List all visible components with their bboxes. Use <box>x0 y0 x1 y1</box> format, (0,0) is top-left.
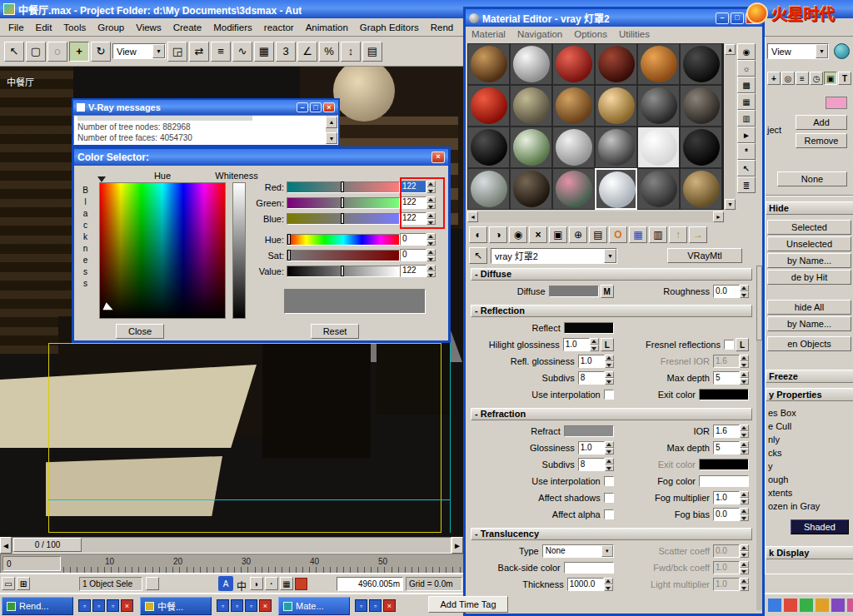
material-sample[interactable] <box>595 85 637 127</box>
menu-navigation[interactable]: Navigation <box>511 27 568 41</box>
taskbar-button-render[interactable]: Rend... <box>2 597 73 615</box>
sat-slider[interactable] <box>287 250 400 261</box>
refr-subdivs-spinner[interactable]: 8 <box>578 458 614 471</box>
prop-backface-cull[interactable]: e Cull <box>768 421 791 431</box>
spin-down-icon[interactable] <box>426 240 436 246</box>
go-forward-to-sibling-icon[interactable]: → <box>689 226 707 243</box>
hide-by-hit-button[interactable]: de by Hit <box>767 270 851 285</box>
scroll-left-icon[interactable]: ◄ <box>467 211 478 222</box>
combo-arrow-icon[interactable]: ▼ <box>152 44 165 58</box>
refr-max-depth-spinner[interactable]: 5 <box>713 441 749 455</box>
material-sample[interactable] <box>552 85 595 127</box>
diffuse-color-swatch[interactable] <box>549 286 599 297</box>
menu-rendering[interactable]: Rend <box>425 21 460 34</box>
hilight-glossiness-spinner[interactable]: 1.0 <box>563 338 599 351</box>
sample-hscrollbar[interactable]: ◄ ► <box>467 211 724 222</box>
unhide-all-button[interactable]: hide All <box>767 300 851 315</box>
snap-toggle-icon[interactable]: 3 <box>276 42 296 62</box>
material-sample[interactable] <box>467 85 510 127</box>
options-icon[interactable]: * <box>737 143 756 160</box>
orbit-icon[interactable] <box>834 43 850 59</box>
ime-punct-icon[interactable]: · <box>265 577 278 590</box>
maximize-icon[interactable]: □ <box>731 12 744 24</box>
menu-views[interactable]: Views <box>130 21 167 34</box>
mini-window-icon[interactable]: ▫ <box>231 599 243 612</box>
material-sample[interactable] <box>552 43 595 85</box>
hue-slider[interactable] <box>287 234 400 246</box>
assign-material-to-selection-icon[interactable]: ◉ <box>509 226 527 243</box>
minimize-icon[interactable]: – <box>297 102 308 112</box>
fresnel-reflections-checkbox[interactable] <box>724 340 734 350</box>
value-spinner[interactable] <box>426 265 436 277</box>
video-color-check-icon[interactable]: ▥ <box>737 110 756 127</box>
reset-button[interactable]: Reset <box>311 324 359 339</box>
tab-utilities-icon[interactable]: T <box>838 72 851 85</box>
make-preview-icon[interactable]: ► <box>737 127 756 143</box>
window-grid-icon[interactable]: ⊞ <box>17 577 30 590</box>
close-button[interactable]: Close <box>116 324 164 339</box>
select-and-move-icon[interactable]: + <box>69 42 89 62</box>
thickness-spinner[interactable]: 1000.0 <box>567 578 614 591</box>
add-time-tag-button[interactable]: Add Time Tag <box>428 596 508 613</box>
backlight-icon[interactable]: ☼ <box>737 60 756 77</box>
mini-close-icon[interactable]: × <box>121 599 133 612</box>
combo-arrow-icon[interactable]: ▼ <box>816 44 828 58</box>
material-sample[interactable] <box>637 85 680 127</box>
material-sample[interactable] <box>552 127 595 168</box>
translucency-rollout-header[interactable]: - Translucency <box>471 528 752 540</box>
shaded-button[interactable]: Shaded <box>791 519 849 534</box>
window-split-icon[interactable]: ▭ <box>2 577 15 590</box>
fog-multiplier-spinner[interactable]: 1.0 <box>713 491 749 504</box>
material-sample[interactable] <box>595 43 637 85</box>
roughness-spinner[interactable]: 0.0 <box>713 285 749 298</box>
prop-frozen-in-gray[interactable]: ozen in Gray <box>768 501 820 511</box>
prop-vertex-ticks[interactable]: cks <box>768 448 782 458</box>
freeze-rollout-header[interactable]: Freeze <box>766 370 853 383</box>
vray-scrollbar[interactable]: ▲ ▼ <box>326 116 337 144</box>
taskbar-button-scene[interactable]: 中餐... <box>140 597 212 615</box>
material-type-button[interactable]: VRayMtl <box>667 248 742 263</box>
prop-display-as-box[interactable]: es Box <box>768 408 796 418</box>
mini-window-icon[interactable]: ▫ <box>92 599 105 612</box>
scroll-up-icon[interactable]: ▲ <box>725 44 736 55</box>
select-by-material-icon[interactable]: ↖ <box>737 160 756 176</box>
close-icon[interactable]: × <box>323 102 335 112</box>
scroll-down-icon[interactable]: ▼ <box>326 132 337 144</box>
material-editor-window[interactable]: Material Editor - vray 灯罩2 – □ × Materia… <box>463 7 765 616</box>
time-slider-handle[interactable]: 0 / 100 <box>13 538 82 552</box>
refr-glossiness-spinner[interactable]: 1.0 <box>578 441 614 455</box>
mini-window-icon[interactable]: ▫ <box>107 599 119 612</box>
hidden-objects-button[interactable]: en Objects <box>767 336 851 351</box>
hide-rollout-header[interactable]: Hide <box>766 201 853 215</box>
material-id-channel-icon[interactable]: O <box>609 226 627 243</box>
material-sample[interactable] <box>467 127 510 168</box>
material-sample-selected[interactable] <box>595 168 637 210</box>
whiteness-strip[interactable] <box>232 182 246 319</box>
slider-thumb[interactable] <box>341 266 344 276</box>
material-map-navigator-icon[interactable]: ≣ <box>737 176 756 193</box>
named-selection-sets-icon[interactable]: ▤ <box>362 42 382 62</box>
get-material-icon[interactable]: ◐ <box>469 226 487 243</box>
refr-use-interpolation-checkbox[interactable] <box>604 476 614 486</box>
selection-lock-icon[interactable] <box>146 577 159 590</box>
material-sample[interactable] <box>637 168 680 210</box>
affect-alpha-checkbox[interactable] <box>604 509 614 519</box>
tab-hierarchy-icon[interactable]: ≡ <box>796 72 809 85</box>
sample-uv-tiling-icon[interactable]: ▦ <box>737 93 756 110</box>
select-object-icon[interactable]: ↖ <box>4 42 24 62</box>
sample-type-icon[interactable]: ◉ <box>737 43 756 60</box>
sat-spinner[interactable] <box>426 249 436 261</box>
refraction-rollout-header[interactable]: - Refraction <box>471 408 752 420</box>
tab-display-icon[interactable]: ▣ <box>824 72 837 85</box>
translucency-type-dropdown[interactable]: None▼ <box>542 544 614 558</box>
rollout-scrollbar[interactable] <box>756 266 762 610</box>
select-and-rotate-icon[interactable]: ↻ <box>91 42 111 62</box>
remove-button[interactable]: Remove <box>796 133 847 148</box>
vray-messages-window[interactable]: V-Ray messages – □ × Number of tree node… <box>72 98 340 147</box>
hue-spinner[interactable] <box>426 233 436 246</box>
reflect-color-swatch[interactable] <box>564 322 614 334</box>
sample-vscrollbar[interactable]: ▲ ▼ <box>725 43 736 210</box>
mini-close-icon[interactable]: × <box>259 599 272 612</box>
tray-icon[interactable] <box>800 599 813 612</box>
hide-selected-button[interactable]: Selected <box>767 220 851 235</box>
